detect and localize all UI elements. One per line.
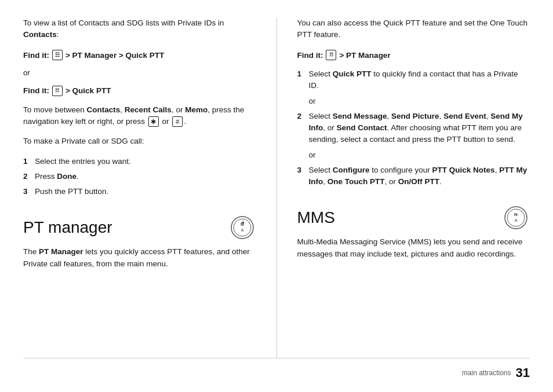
pt-manager-title: PT manager — [23, 218, 228, 237]
page-footer: main attractions 31 — [23, 358, 530, 380]
footer-page-number: 31 — [516, 365, 530, 380]
memo-bold: Memo — [185, 105, 208, 114]
svg-text:A: A — [241, 228, 243, 232]
step-3-num: 3 — [23, 186, 35, 197]
contacts-bold: Contacts — [87, 105, 121, 114]
step-2-num: 2 — [23, 171, 35, 182]
right-step-2: 2 Select Send Message, Send Picture, Sen… — [297, 111, 530, 146]
left-intro: To view a list of Contacts and SDG lists… — [23, 17, 256, 41]
navigate-text: To move between Contacts, Recent Calls, … — [23, 104, 256, 128]
right-step-3-content: Select Configure to configure your PTT Q… — [309, 164, 530, 188]
left-steps-list: 1 Select the entries you want. 2 Press D… — [23, 156, 256, 202]
mms-desc: Multi-Media Messaging Service (MMS) lets… — [297, 236, 530, 261]
svg-text:N: N — [514, 212, 518, 217]
mms-title: MMS — [297, 208, 503, 227]
right-step-3-num: 3 — [297, 164, 309, 188]
quick-ptt-label: Quick PTT — [333, 69, 372, 78]
send-event-label: Send Event — [443, 112, 486, 120]
send-contact-label: Send Contact — [337, 123, 387, 132]
menu-icon-1: ☷ — [52, 50, 63, 60]
menu-icon-2: ☷ — [52, 86, 63, 96]
right-find-it-path: > PT Manager — [339, 49, 390, 62]
left-step-3: 3 Push the PTT button. — [23, 186, 256, 197]
find-it-1-label: Find it: — [23, 49, 49, 62]
or-1: or — [23, 67, 256, 79]
right-find-it-line: Find it: ☷ > PT Manager — [297, 49, 530, 62]
send-msg-label: Send Message — [333, 112, 387, 120]
pt-manager-section-header: PT manager N A ◀ — [23, 214, 256, 241]
right-step-2-num: 2 — [297, 111, 309, 146]
step-1-num: 1 — [23, 156, 35, 167]
or-2: or — [309, 96, 530, 107]
find-it-2-line: Find it: ☷ > Quick PTT — [23, 85, 256, 97]
step-2-content: Press Done. — [35, 171, 256, 182]
find-it-1-line: Find it: ☷ > PT Manager > Quick PTT — [23, 49, 256, 62]
or-3: or — [309, 149, 530, 161]
left-column: To view a list of Contacts and SDG lists… — [23, 17, 256, 358]
onoff-ptt-label: On/Off PTT — [398, 177, 439, 186]
send-pic-label: Send Picture — [391, 112, 439, 120]
svg-point-5 — [505, 207, 527, 229]
right-step-3: 3 Select Configure to configure your PTT… — [297, 164, 530, 188]
contacts-label-inline: Contacts — [23, 30, 57, 39]
left-step-2: 2 Press Done. — [23, 171, 256, 182]
step-3-content: Push the PTT button. — [35, 186, 256, 197]
left-step-1: 1 Select the entries you want. — [23, 156, 256, 167]
find-it-2-label: Find it: — [23, 85, 49, 97]
column-divider — [276, 17, 277, 358]
right-find-it-label: Find it: — [297, 49, 323, 62]
pt-manager-icon: N A ◀ — [228, 214, 256, 241]
right-column: You can also access the Quick PTT featur… — [297, 17, 530, 358]
right-steps-list: 1 Select Quick PTT to quickly find a con… — [297, 68, 530, 191]
svg-point-0 — [231, 217, 253, 239]
page: To view a list of Contacts and SDG lists… — [0, 0, 553, 392]
hash-key: # — [172, 116, 183, 127]
footer-label: main attractions — [462, 369, 511, 377]
content-columns: To view a list of Contacts and SDG lists… — [23, 17, 530, 358]
star-key: ✱ — [148, 116, 159, 127]
svg-text:A: A — [515, 218, 518, 222]
svg-text:◀: ◀ — [241, 221, 243, 224]
right-step-1-num: 1 — [297, 68, 309, 92]
find-it-2-path: > Quick PTT — [66, 85, 111, 97]
ptt-quick-notes-label: PTT Quick Notes — [432, 166, 495, 174]
pt-manager-desc: The PT Manager lets you quickly access P… — [23, 246, 256, 270]
right-menu-icon: ☷ — [326, 50, 336, 60]
done-label: Done — [57, 172, 77, 181]
configure-label: Configure — [333, 166, 370, 174]
right-intro: You can also access the Quick PTT featur… — [297, 17, 530, 41]
one-touch-ptt-label: One Touch PTT — [328, 177, 385, 186]
mms-icon: N A — [502, 204, 530, 232]
right-step-1: 1 Select Quick PTT to quickly find a con… — [297, 68, 530, 92]
right-step-2-content: Select Send Message, Send Picture, Send … — [309, 111, 530, 146]
make-call-text: To make a Private call or SDG call: — [23, 135, 256, 147]
pt-manager-bold: PT Manager — [39, 247, 83, 256]
step-1-content: Select the entries you want. — [35, 156, 256, 167]
mms-section-header: MMS N A — [297, 204, 530, 232]
find-it-1-path: > PT Manager > Quick PTT — [66, 49, 164, 62]
right-step-1-content: Select Quick PTT to quickly find a conta… — [309, 68, 530, 92]
recent-calls-bold: Recent Calls — [125, 105, 172, 114]
